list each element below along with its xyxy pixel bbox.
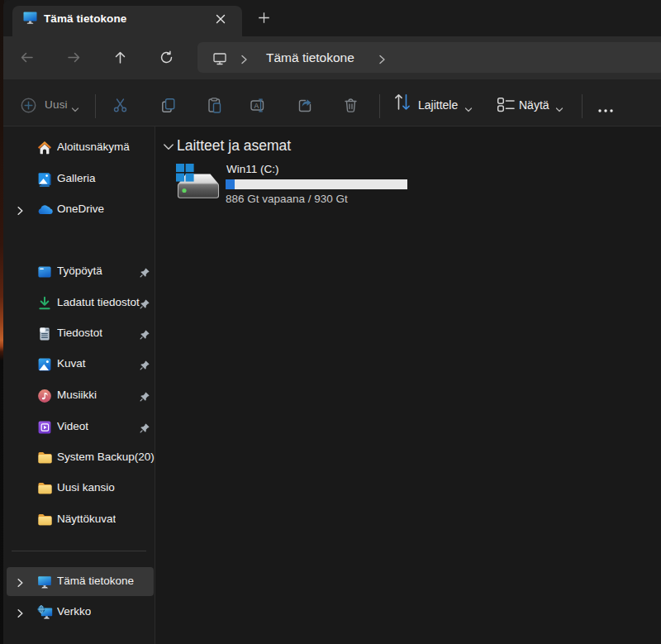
svg-text:A: A [254,102,259,110]
